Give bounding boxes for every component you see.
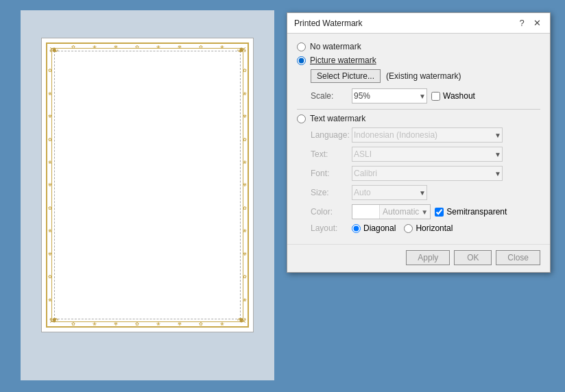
semitransparent-row: Semitransparent [435, 207, 507, 217]
semitransparent-label[interactable]: Semitransparent [446, 207, 507, 217]
dialog-body: No watermark Picture watermark Select Pi… [287, 34, 550, 244]
picture-watermark-label[interactable]: Picture watermark [310, 56, 376, 65]
text-watermark-label[interactable]: Text watermark [310, 114, 365, 123]
color-label: Color: [311, 207, 352, 217]
washout-row: Washout [431, 91, 475, 101]
dialog-titlebar: Printed Watermark ? ✕ [287, 13, 550, 34]
scale-select-wrapper: 95% 50% 100% 150% 200% Auto ▼ [352, 88, 427, 103]
text-row: Text: ASLI ▼ [311, 147, 540, 162]
diagonal-radio[interactable] [352, 224, 361, 233]
layout-row: Layout: Diagonal Horizontal [311, 223, 540, 233]
size-row: Size: Auto 10 12 14 18 24 36 ▼ [311, 185, 540, 200]
picture-watermark-row: Picture watermark [297, 56, 540, 65]
select-picture-button[interactable]: Select Picture... [311, 69, 381, 83]
select-picture-row: Select Picture... (Existing watermark) [311, 69, 540, 83]
no-watermark-radio[interactable] [297, 42, 306, 51]
text-label: Text: [311, 149, 352, 159]
corner-br: ❧ [231, 310, 252, 330]
text-select-wrapper: ASLI ▼ [352, 147, 503, 162]
color-value-label: Automatic [380, 207, 419, 217]
dialog-controls: ? ✕ [516, 17, 543, 29]
layout-radios: Diagonal Horizontal [352, 223, 453, 233]
layout-label: Layout: [311, 223, 352, 233]
size-label: Size: [311, 188, 352, 197]
diagonal-label[interactable]: Diagonal [363, 223, 396, 233]
dialog-title: Printed Watermark [294, 19, 363, 28]
close-dialog-button[interactable]: Close [496, 250, 540, 265]
color-swatch [352, 205, 380, 219]
font-row: Font: Calibri ▼ [311, 166, 540, 181]
font-select[interactable]: Calibri [352, 166, 503, 181]
doc-page: ❧ ❧ ❧ ❧ ✿❀✾ ✿❀✾ ✿❀✾ ✿❀ ✿❀✾ ✿❀✾ ✿❀✾ ✿❀ ✿❀… [41, 38, 254, 332]
language-select-wrapper: Indonesian (Indonesia) ▼ [352, 127, 503, 143]
scale-label: Scale: [311, 91, 352, 101]
scale-select[interactable]: 95% 50% 100% 150% 200% Auto [352, 88, 427, 103]
washout-checkbox[interactable] [431, 92, 440, 101]
text-watermark-section: Text watermark Language: Indonesian (Ind… [297, 114, 540, 233]
washout-label[interactable]: Washout [443, 91, 475, 101]
corner-tr: ❧ [231, 40, 252, 60]
text-select[interactable]: ASLI [352, 147, 503, 162]
text-watermark-row: Text watermark [297, 114, 540, 123]
printed-watermark-dialog: Printed Watermark ? ✕ No watermark Pictu… [287, 12, 551, 273]
horizontal-label[interactable]: Horizontal [416, 223, 453, 233]
text-section-fields: Language: Indonesian (Indonesia) ▼ Text:… [311, 127, 540, 233]
language-select[interactable]: Indonesian (Indonesia) [352, 127, 503, 143]
color-swatch-wrapper: Automatic ▼ [352, 204, 431, 219]
language-row: Language: Indonesian (Indonesia) ▼ [311, 127, 540, 143]
scale-control-group: 95% 50% 100% 150% 200% Auto ▼ Washout [352, 88, 475, 103]
bottom-ornament: ✿❀✾ ✿❀✾ ✿❀ [62, 321, 232, 326]
font-label: Font: [311, 169, 352, 178]
section-divider [297, 109, 540, 110]
picture-section: Select Picture... (Existing watermark) S… [311, 69, 540, 103]
horizontal-radio-item: Horizontal [404, 223, 453, 233]
apply-button[interactable]: Apply [406, 250, 450, 265]
picture-watermark-radio[interactable] [297, 56, 306, 65]
color-control-group: Automatic ▼ Semitransparent [352, 204, 507, 219]
border-dashed [54, 51, 241, 319]
ok-button[interactable]: OK [454, 250, 492, 265]
size-select-wrapper: Auto 10 12 14 18 24 36 ▼ [352, 185, 427, 200]
corner-bl: ❧ [43, 310, 64, 330]
top-ornament: ✿❀✾ ✿❀✾ ✿❀ [62, 44, 232, 49]
text-watermark-radio[interactable] [297, 114, 306, 123]
no-watermark-row: No watermark [297, 42, 540, 51]
no-watermark-label[interactable]: No watermark [310, 42, 361, 51]
window-close-button[interactable]: ✕ [531, 17, 543, 29]
horizontal-radio[interactable] [404, 224, 413, 233]
corner-tl: ❧ [43, 40, 64, 60]
right-ornament: ✿❀✾ ✿❀✾ ✿❀✾ ✿❀ [242, 59, 248, 311]
color-dropdown-arrow: ▼ [419, 208, 430, 216]
color-row: Color: Automatic ▼ Semitransparent [311, 204, 540, 219]
existing-watermark-label: (Existing watermark) [386, 71, 461, 81]
scale-row: Scale: 95% 50% 100% 150% 200% Auto ▼ [311, 88, 540, 103]
size-select[interactable]: Auto 10 12 14 18 24 36 [352, 185, 427, 200]
left-ornament: ✿❀✾ ✿❀✾ ✿❀✾ ✿❀ [47, 59, 53, 311]
semitransparent-checkbox[interactable] [435, 208, 444, 217]
dialog-footer: Apply OK Close [287, 244, 550, 272]
diagonal-radio-item: Diagonal [352, 223, 396, 233]
document-preview: ❧ ❧ ❧ ❧ ✿❀✾ ✿❀✾ ✿❀✾ ✿❀ ✿❀✾ ✿❀✾ ✿❀✾ ✿❀ ✿❀… [21, 10, 274, 380]
help-button[interactable]: ? [516, 17, 528, 29]
language-label: Language: [311, 130, 352, 140]
font-select-wrapper: Calibri ▼ [352, 166, 503, 181]
